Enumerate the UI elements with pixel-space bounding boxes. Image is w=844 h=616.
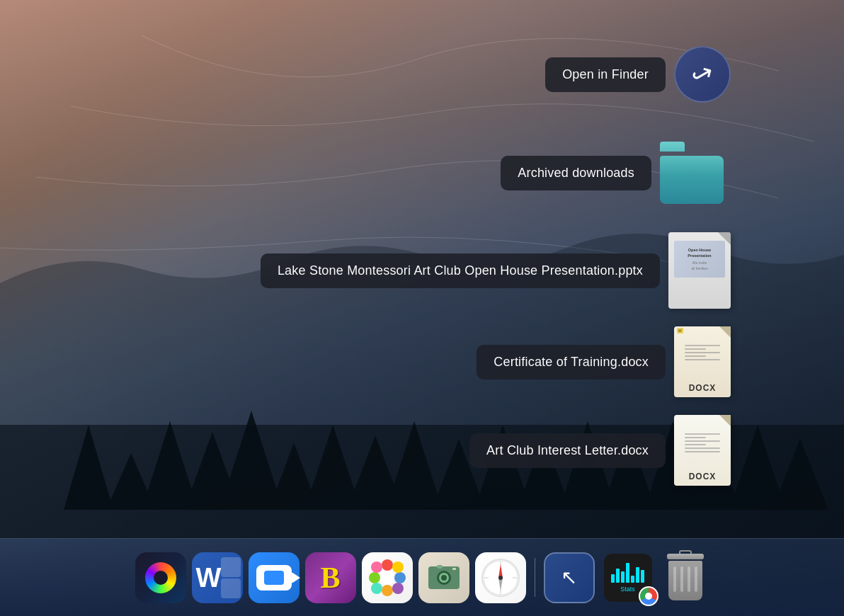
art-club-label[interactable]: Art Club Interest Letter.docx — [469, 433, 666, 468]
dock-bbedit[interactable]: B — [305, 552, 356, 603]
safari-compass-svg — [483, 560, 518, 595]
word-tile-top — [221, 557, 241, 577]
chrome-center — [645, 593, 652, 600]
stats-bar-3 — [621, 571, 625, 583]
photomator-lens — [145, 562, 176, 593]
arrow-icon: ↪ — [686, 56, 719, 92]
docx-badge-art: DOCX — [689, 472, 717, 481]
trash-body — [668, 561, 702, 600]
bbedit-letter: B — [320, 561, 340, 595]
art-club-row: Art Club Interest Letter.docx DOCX — [469, 415, 731, 486]
dock-microsoft-word[interactable]: W — [192, 552, 243, 603]
stats-bar-7 — [641, 570, 644, 583]
stats-label: Stats — [620, 586, 635, 593]
dock-image-capture[interactable] — [418, 552, 469, 603]
dock-stats[interactable]: Stats — [600, 552, 656, 603]
stats-bar-1 — [611, 574, 615, 583]
dock-trash[interactable] — [661, 552, 709, 603]
trash-line-1 — [673, 566, 676, 592]
pptx-row: Lake Stone Montessori Art Club Open Hous… — [261, 232, 731, 309]
svg-point-28 — [371, 583, 382, 594]
svg-rect-35 — [437, 565, 443, 569]
svg-point-24 — [369, 572, 380, 583]
svg-point-44 — [498, 576, 503, 580]
word-tile-bottom — [221, 578, 241, 598]
cursor-arrow-symbol: ↖ — [561, 566, 577, 589]
cert-docx-icon[interactable]: W DOCX — [674, 326, 731, 397]
word-inner: W — [196, 557, 241, 598]
popup-menu: Open in Finder ↪ Archived downloads Lake… — [261, 46, 731, 486]
photomator-center — [154, 571, 168, 585]
photos-flower-svg — [369, 559, 406, 596]
word-letter: W — [196, 564, 220, 591]
chrome-badge — [639, 586, 658, 606]
stats-bar-6 — [636, 567, 639, 583]
svg-point-25 — [394, 572, 406, 583]
docx-badge-cert: DOCX — [689, 383, 717, 393]
trash-lines — [668, 561, 702, 592]
svg-point-22 — [382, 559, 393, 571]
stats-bar-5 — [631, 576, 634, 583]
archived-downloads-label[interactable]: Archived downloads — [501, 156, 651, 190]
archived-downloads-row: Archived downloads — [501, 142, 731, 204]
dock-zoom[interactable] — [249, 552, 300, 603]
dock-photos[interactable] — [362, 552, 413, 603]
folder-icon[interactable] — [660, 142, 731, 204]
trash-line-3 — [688, 566, 690, 592]
pptx-label[interactable]: Lake Stone Montessori Art Club Open Hous… — [261, 253, 660, 288]
svg-rect-36 — [452, 568, 456, 570]
dock-cursor-app[interactable]: ↖ — [544, 552, 595, 603]
cert-docx-row: Certificate of Training.docx W DOCX — [477, 326, 731, 397]
stats-bar-2 — [616, 569, 620, 583]
safari-compass — [481, 559, 520, 597]
trash-can — [666, 554, 705, 602]
dock-safari[interactable] — [475, 552, 526, 603]
dock-photomator[interactable] — [135, 552, 186, 603]
trash-line-4 — [695, 566, 697, 592]
svg-point-34 — [441, 575, 447, 581]
open-in-finder-label[interactable]: Open in Finder — [545, 57, 666, 92]
open-in-finder-row: Open in Finder ↪ — [545, 46, 731, 103]
dock: W B — [0, 538, 844, 616]
svg-point-30 — [380, 571, 394, 585]
dock-separator — [535, 558, 535, 597]
zoom-camera-body — [264, 571, 284, 585]
folder-tab — [660, 142, 685, 152]
cert-label[interactable]: Certificate of Training.docx — [477, 345, 666, 380]
zoom-camera — [256, 565, 292, 591]
stats-bar-4 — [626, 563, 629, 583]
art-club-docx-icon[interactable]: DOCX — [674, 415, 731, 486]
word-tiles — [221, 557, 241, 598]
stats-bars-row — [611, 563, 644, 583]
folder-body — [660, 156, 724, 204]
trash-line-2 — [680, 566, 683, 592]
pptx-file-icon[interactable]: Open House Presentation We invite all fa… — [668, 232, 731, 309]
image-capture-svg — [426, 559, 462, 596]
open-in-finder-icon[interactable]: ↪ — [674, 46, 731, 103]
svg-point-26 — [371, 561, 382, 573]
svg-point-23 — [382, 585, 393, 596]
svg-point-29 — [392, 583, 404, 594]
trash-lid — [667, 554, 704, 559]
svg-point-27 — [392, 561, 404, 573]
